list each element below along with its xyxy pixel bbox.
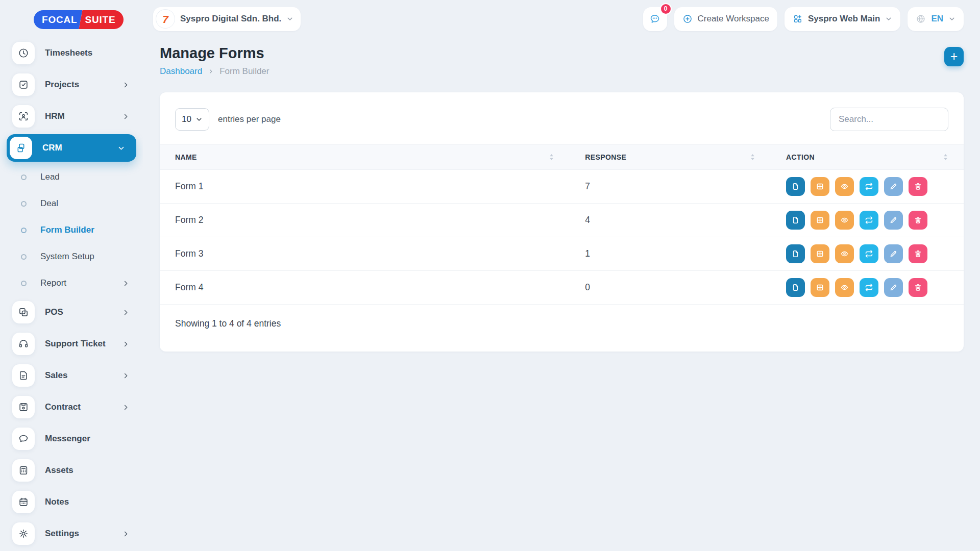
sidebar-item-messenger[interactable]: Messenger <box>0 423 143 455</box>
column-header-response[interactable]: RESPONSE <box>570 145 771 170</box>
sidebar-subitem-form-builder[interactable]: Form Builder <box>0 217 143 243</box>
sidebar-item-contract[interactable]: Contract <box>0 391 143 423</box>
sidebar-item-support-ticket[interactable]: Support Ticket <box>0 328 143 360</box>
bullet-icon <box>21 174 27 180</box>
pencil-icon <box>889 182 898 191</box>
sidebar-item-assets[interactable]: Assets <box>0 455 143 486</box>
sidebar-item-projects[interactable]: Projects <box>0 69 143 101</box>
trash-icon <box>914 283 922 292</box>
create-workspace-button[interactable]: Create Workspace <box>674 7 777 31</box>
sidebar-subitem-report[interactable]: Report <box>0 270 143 296</box>
action-edit-button[interactable] <box>884 177 903 196</box>
sidebar-subitem-lead[interactable]: Lead <box>0 164 143 190</box>
sidebar-subitem-label: System Setup <box>40 252 94 262</box>
headset-icon <box>12 333 35 355</box>
action-cell <box>771 170 964 204</box>
action-file-button[interactable] <box>786 211 805 230</box>
form-name-cell: Form 1 <box>160 170 570 204</box>
grid-plus-icon <box>793 14 803 24</box>
language-code: EN <box>931 14 943 24</box>
action-view-button[interactable] <box>835 278 854 297</box>
chevron-down-icon <box>286 15 293 22</box>
action-entries-button[interactable] <box>811 177 829 196</box>
sidebar-item-label: CRM <box>42 143 62 153</box>
search-input[interactable] <box>830 108 948 131</box>
action-edit-button[interactable] <box>884 244 903 263</box>
sidebar-item-pos[interactable]: POS <box>0 296 143 328</box>
action-edit-button[interactable] <box>884 278 903 297</box>
table-row: Form 40 <box>160 271 964 305</box>
workspace-logo-glyph: 7 <box>162 14 168 24</box>
entries-per-page-label: entries per page <box>218 114 281 124</box>
add-form-button[interactable]: + <box>944 47 964 66</box>
action-entries-button[interactable] <box>811 211 829 230</box>
calculator-icon <box>12 459 35 482</box>
sidebar-item-notes[interactable]: Notes <box>0 486 143 518</box>
topbar: 7 Syspro Digital Sdn. Bhd. 0 Create Work… <box>143 0 980 32</box>
action-entries-button[interactable] <box>811 244 829 263</box>
column-header-action[interactable]: ACTION <box>771 145 964 170</box>
action-view-button[interactable] <box>835 244 854 263</box>
action-view-button[interactable] <box>835 177 854 196</box>
action-responses-button[interactable] <box>860 244 878 263</box>
brand-logo-second: SUITE <box>79 10 124 29</box>
action-file-button[interactable] <box>786 177 805 196</box>
action-responses-button[interactable] <box>860 278 878 297</box>
sort-icon <box>943 154 948 161</box>
table-grid-icon <box>816 283 824 292</box>
sidebar-item-label: HRM <box>45 111 65 121</box>
action-file-button[interactable] <box>786 278 805 297</box>
sidebar-item-sales[interactable]: Sales <box>0 360 143 391</box>
sidebar-subitem-deal[interactable]: Deal <box>0 190 143 217</box>
action-delete-button[interactable] <box>909 177 927 196</box>
table-footer-status: Showing 1 to 4 of 4 entries <box>160 305 964 329</box>
eye-icon <box>840 216 849 224</box>
messages-button[interactable]: 0 <box>643 7 667 31</box>
action-edit-button[interactable] <box>884 211 903 230</box>
language-selector[interactable]: EN <box>908 7 964 31</box>
trash-icon <box>914 216 922 224</box>
chevron-down-icon <box>195 116 203 123</box>
sidebar-item-timesheets[interactable]: Timesheets <box>0 37 143 69</box>
swap-icon <box>865 249 873 258</box>
table-grid-icon <box>816 182 824 191</box>
action-delete-button[interactable] <box>909 211 927 230</box>
globe-icon <box>916 14 926 24</box>
sidebar-subitem-system-setup[interactable]: System Setup <box>0 243 143 270</box>
table-row: Form 31 <box>160 237 964 271</box>
action-delete-button[interactable] <box>909 278 927 297</box>
chevron-right-icon <box>122 404 130 411</box>
sidebar-item-label: Messenger <box>45 434 90 444</box>
workspace-selector[interactable]: 7 Syspro Digital Sdn. Bhd. <box>153 7 301 31</box>
file-icon <box>791 216 800 224</box>
action-view-button[interactable] <box>835 211 854 230</box>
response-count-cell: 7 <box>570 170 771 204</box>
breadcrumb-dashboard-link[interactable]: Dashboard <box>160 66 202 77</box>
column-header-name[interactable]: NAME <box>160 145 570 170</box>
action-delete-button[interactable] <box>909 244 927 263</box>
response-count-cell: 4 <box>570 204 771 237</box>
action-responses-button[interactable] <box>860 211 878 230</box>
sidebar-item-settings[interactable]: Settings <box>0 518 143 549</box>
check-square-icon <box>12 73 35 96</box>
clock-icon <box>12 42 35 64</box>
trash-icon <box>914 249 922 258</box>
action-cell <box>771 237 964 271</box>
table-toolbar: 10 entries per page <box>160 92 964 144</box>
sidebar-item-label: Notes <box>45 497 69 507</box>
sidebar-item-crm[interactable]: CRM <box>7 134 136 162</box>
action-cell <box>771 204 964 237</box>
action-file-button[interactable] <box>786 244 805 263</box>
chevron-right-icon <box>122 113 130 120</box>
sidebar-item-hrm[interactable]: HRM <box>0 101 143 132</box>
action-entries-button[interactable] <box>811 278 829 297</box>
chevron-down-icon <box>885 15 892 22</box>
table-row: Form 24 <box>160 204 964 237</box>
sidebar-item-label: Contract <box>45 402 81 412</box>
entries-per-page-select[interactable]: 10 <box>175 108 209 131</box>
response-count-cell: 0 <box>570 271 771 305</box>
page-header: Manage Forms Dashboard Form Builder + <box>160 45 964 77</box>
action-responses-button[interactable] <box>860 177 878 196</box>
file-icon <box>791 283 800 292</box>
app-selector[interactable]: Syspro Web Main <box>785 7 900 31</box>
